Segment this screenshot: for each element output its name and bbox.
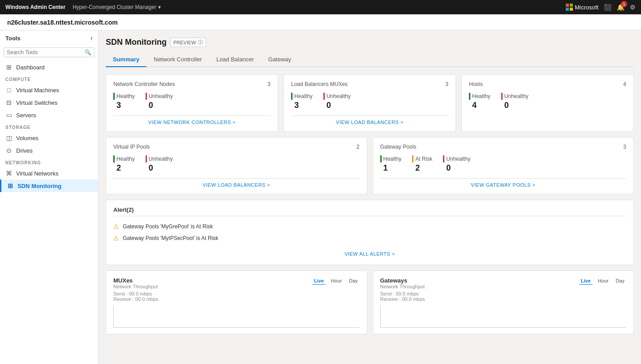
volumes-icon: ◫ (5, 134, 13, 141)
vip-unhealthy-indicator (146, 155, 147, 163)
settings-icon[interactable]: ⚙ (630, 4, 636, 11)
hosts-card-total: 4 (623, 81, 626, 87)
alert-text-0: Gateway Pools 'MyGrePool' is At Risk (123, 223, 213, 230)
dashboard-icon: ⊞ (5, 64, 13, 71)
gateways-chart-card: Gateways Network Throughput Live Hour Da… (373, 270, 634, 334)
nc-unhealthy-value: 0 (149, 101, 173, 110)
vip-healthy-value: 2 (116, 163, 135, 173)
alert-warning-icon-1: ⚠ (113, 235, 119, 242)
lb-healthy-stat: Healthy 3 (291, 93, 313, 110)
muxes-chart-subtitle: Network Throughput (113, 284, 158, 289)
sidebar-item-drives[interactable]: ⊙ Drives (0, 144, 98, 157)
gateways-tab-live[interactable]: Live (579, 277, 593, 285)
networking-section-label: NETWORKING (0, 157, 98, 167)
hosts-healthy-stat: Healthy 4 (469, 93, 490, 110)
muxes-tab-day[interactable]: Day (347, 277, 360, 285)
sidebar-item-servers[interactable]: ▭ Servers (0, 109, 98, 121)
hosts-unhealthy-indicator (501, 93, 503, 100)
lb-card-total: 3 (445, 81, 448, 87)
sidebar-item-dashboard[interactable]: ⊞ Dashboard (0, 61, 98, 73)
muxes-chart-title: MUXes (113, 277, 158, 284)
nc-card-total: 3 (267, 81, 271, 87)
cluster-name: n26cluster.sa18.nttest.microsoft.com (7, 19, 118, 26)
gw-unhealthy-stat: Unhealthy 0 (443, 155, 470, 173)
tab-network-controller[interactable]: Network Controller (146, 52, 209, 67)
muxes-tab-live[interactable]: Live (312, 277, 326, 285)
vm-icon: □ (5, 86, 13, 94)
nc-view-link[interactable]: VIEW NETWORK CONTROLLERS > (113, 116, 271, 125)
hosts-unhealthy-value: 0 (504, 101, 529, 110)
network-controller-card: Network Controller Nodes 3 Healthy 3 (106, 74, 278, 132)
alerts-header: Alert(2) (113, 206, 626, 216)
gw-healthy-value: 1 (383, 163, 402, 173)
main-tabs: Summary Network Controller Load Balancer… (106, 52, 634, 67)
vip-pools-card: Virtual IP Pools 2 Healthy 2 U (106, 137, 367, 194)
gw-atrisk-value: 2 (415, 163, 432, 173)
topbar-right: Microsoft ⬛ 🔔 1 ⚙ (566, 4, 636, 11)
sidebar-item-virtual-networks[interactable]: ⌘ Virtual Networks (0, 167, 98, 180)
vip-unhealthy-stat: Unhealthy 0 (146, 155, 173, 173)
gateways-tab-day[interactable]: Day (614, 277, 626, 285)
muxes-chart-area (113, 305, 360, 328)
lb-healthy-indicator (291, 93, 293, 100)
gw-card-total: 3 (623, 144, 626, 150)
hosts-healthy-indicator (469, 93, 470, 100)
sidebar-item-virtual-machines[interactable]: □ Virtual Machines (0, 84, 98, 96)
gateways-tab-hour[interactable]: Hour (596, 277, 611, 285)
gw-view-link[interactable]: VIEW GATEWAY POOLS > (380, 178, 627, 188)
sidebar-item-virtual-switches[interactable]: ⊟ Virtual Switches (0, 96, 98, 109)
storage-section-label: STORAGE (0, 121, 98, 132)
tab-gateway[interactable]: Gateway (261, 52, 298, 67)
gateways-chart-subtitle: Network Throughput (380, 284, 425, 289)
microsoft-logo: Microsoft (566, 4, 598, 11)
alert-item-0: ⚠ Gateway Pools 'MyGrePool' is At Risk (113, 221, 626, 232)
sdn-icon: ⊞ (7, 182, 14, 189)
search-tools-box[interactable]: 🔍 (4, 47, 95, 57)
search-tools-input[interactable] (7, 49, 85, 56)
sidebar-item-volumes[interactable]: ◫ Volumes (0, 132, 98, 144)
vip-card-total: 2 (357, 144, 360, 150)
vip-view-link[interactable]: VIEW LOAD BALANCERS > (113, 178, 360, 188)
lb-healthy-value: 3 (294, 101, 313, 110)
gateways-chart-tabs: Live Hour Day (579, 277, 626, 285)
search-icon: 🔍 (85, 49, 91, 56)
gateways-send-label: Send (380, 291, 392, 296)
gateways-receive-value: 00.0 mbps (402, 296, 425, 302)
muxes-chart-card: MUXes Network Throughput Live Hour Day S… (106, 270, 367, 334)
screen-icon[interactable]: ⬛ (604, 4, 611, 11)
servers-icon: ▭ (5, 111, 13, 119)
brand-label: Windows Admin Center (5, 4, 65, 10)
gw-atrisk-stat: At Risk 2 (412, 155, 432, 173)
page-title: SDN Monitoring (106, 38, 167, 47)
sidebar-item-sdn-monitoring[interactable]: ⊞ SDN Monitoring (0, 180, 98, 192)
preview-badge: PREVIEW ⓘ (170, 38, 206, 47)
gateway-pools-card: Gateway Pools 3 Healthy 1 At R (373, 137, 634, 194)
tab-load-balancer[interactable]: Load Balancer (209, 52, 261, 67)
bottom-cards-row: Virtual IP Pools 2 Healthy 2 U (106, 137, 634, 194)
alert-item-1: ⚠ Gateway Pools 'MyIPSecPool' is At Risk (113, 232, 626, 244)
gw-healthy-indicator (380, 155, 382, 163)
alert-warning-icon-0: ⚠ (113, 223, 119, 230)
gateways-chart-title: Gateways (380, 277, 425, 284)
topbar: Windows Admin Center Hyper-Converged Clu… (0, 0, 641, 14)
vip-healthy-stat: Healthy 2 (113, 155, 135, 173)
muxes-chart-tabs: Live Hour Day (312, 277, 359, 285)
hosts-card: Hosts 4 Healthy 4 Unhealthy (461, 74, 634, 132)
muxes-receive-value: 00.0 mbps (135, 296, 158, 302)
hosts-unhealthy-stat: Unhealthy 0 (501, 93, 529, 110)
notification-icon[interactable]: 🔔 1 (617, 4, 624, 11)
cluster-bar: n26cluster.sa18.nttest.microsoft.com (0, 14, 641, 30)
load-balancers-card: Load Balancers MUXes 3 Healthy 3 (284, 74, 456, 132)
vnet-icon: ⌘ (5, 170, 13, 177)
hosts-card-title: Hosts (469, 81, 483, 87)
tab-summary[interactable]: Summary (106, 52, 146, 67)
lb-unhealthy-indicator (323, 93, 325, 100)
collapse-sidebar-button[interactable]: ‹ (90, 34, 93, 42)
gw-card-title: Gateway Pools (380, 144, 417, 150)
vip-card-title: Virtual IP Pools (113, 144, 150, 150)
view-all-alerts-link[interactable]: VIEW ALL ALERTS > (113, 244, 626, 258)
gw-healthy-stat: Healthy 1 (380, 155, 402, 173)
nc-healthy-indicator (113, 93, 115, 100)
muxes-tab-hour[interactable]: Hour (329, 277, 344, 285)
lb-view-link[interactable]: VIEW LOAD BALANCERS > (291, 116, 448, 125)
